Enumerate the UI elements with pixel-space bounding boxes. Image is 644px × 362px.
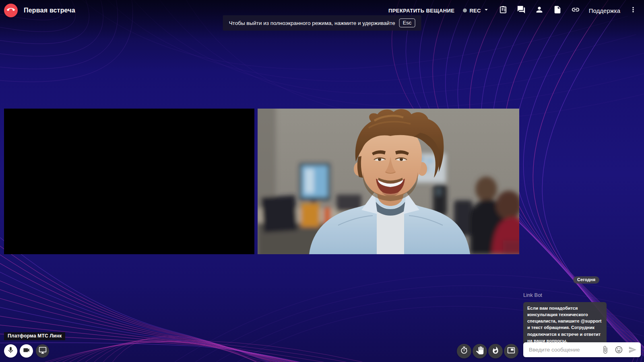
send-button[interactable] bbox=[628, 346, 637, 354]
notes-icon bbox=[499, 5, 508, 16]
chat-sender-name: Link Bot bbox=[523, 292, 542, 298]
hangup-button[interactable] bbox=[4, 4, 18, 17]
chat-message-bubble: Если вам понадобится консультация технич… bbox=[523, 302, 607, 347]
raise-hand-icon bbox=[476, 346, 484, 356]
camera-icon bbox=[23, 346, 30, 356]
platform-watermark: Платформа МТС Линк bbox=[4, 332, 65, 340]
chat-icon bbox=[517, 5, 526, 16]
paperclip-icon bbox=[601, 346, 609, 354]
chat-date-badge: Сегодня bbox=[573, 276, 599, 284]
chat-input-bar bbox=[523, 342, 641, 357]
esc-key-badge: Esc bbox=[399, 19, 415, 27]
emoji-icon bbox=[615, 346, 623, 354]
microphone-icon bbox=[7, 346, 14, 356]
topbar-left: Первая встреча bbox=[4, 4, 75, 17]
notes-button[interactable] bbox=[498, 6, 508, 15]
send-icon bbox=[628, 346, 637, 354]
picture-in-picture-button[interactable] bbox=[504, 344, 518, 358]
support-button[interactable]: Поддержка bbox=[589, 7, 620, 14]
rec-label: REC bbox=[469, 8, 481, 14]
call-end-icon bbox=[7, 6, 15, 15]
fire-icon bbox=[491, 346, 500, 356]
meeting-title: Первая встреча bbox=[24, 7, 75, 14]
attach-file-button[interactable] bbox=[601, 346, 609, 354]
screen-share-button[interactable] bbox=[36, 344, 49, 358]
toast-text: Чтобы выйти из полноэкранного режима, на… bbox=[229, 20, 395, 26]
more-menu-button[interactable] bbox=[629, 6, 638, 15]
topbar-right: ПРЕКРАТИТЬ ВЕЩАНИЕ REC bbox=[388, 6, 638, 15]
video-tile-speaker[interactable] bbox=[258, 109, 519, 254]
rec-menu[interactable]: REC bbox=[463, 6, 489, 15]
participants-icon bbox=[535, 5, 544, 16]
timer-icon bbox=[460, 346, 468, 356]
fire-reaction-button[interactable] bbox=[488, 344, 503, 358]
link-icon bbox=[571, 5, 580, 16]
link-button[interactable] bbox=[571, 6, 580, 15]
video-tile-camera-off[interactable] bbox=[4, 109, 254, 254]
timer-button[interactable] bbox=[457, 344, 471, 358]
rec-dot-icon bbox=[463, 8, 467, 12]
raise-hand-button[interactable] bbox=[473, 344, 487, 358]
stop-broadcast-button[interactable]: ПРЕКРАТИТЬ ВЕЩАНИЕ bbox=[388, 8, 454, 14]
screen-share-icon bbox=[39, 346, 47, 356]
emoji-button[interactable] bbox=[615, 346, 623, 354]
document-icon bbox=[553, 5, 562, 16]
message-input[interactable] bbox=[528, 346, 596, 353]
speaker-video-frame bbox=[258, 109, 519, 254]
chevron-down-icon bbox=[483, 6, 490, 15]
kebab-menu-icon bbox=[629, 6, 637, 15]
microphone-button[interactable] bbox=[4, 344, 17, 358]
participants-button[interactable] bbox=[535, 6, 544, 15]
chat-button[interactable] bbox=[516, 6, 526, 15]
camera-button[interactable] bbox=[20, 344, 33, 358]
document-button[interactable] bbox=[553, 6, 562, 15]
picture-in-picture-icon bbox=[507, 346, 515, 356]
fullscreen-exit-toast: Чтобы выйти из полноэкранного режима, на… bbox=[223, 15, 421, 31]
